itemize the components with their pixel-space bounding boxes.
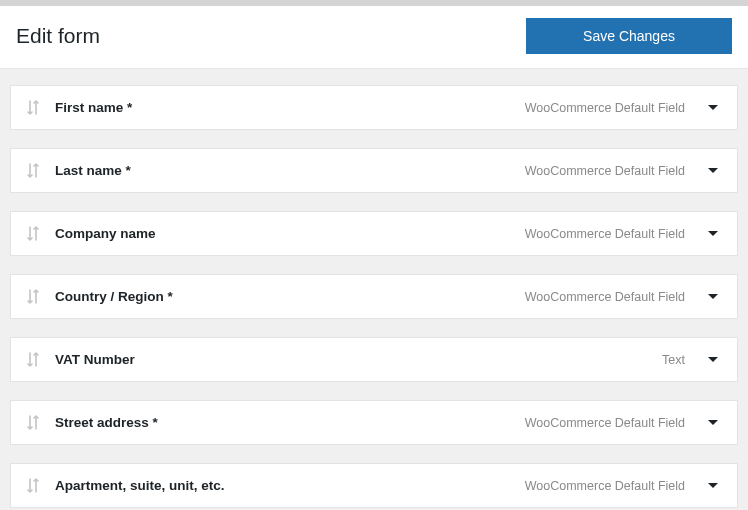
field-label: Street address * — [55, 415, 525, 430]
field-row[interactable]: VAT Number Text — [10, 337, 738, 382]
field-row[interactable]: Last name * WooCommerce Default Field — [10, 148, 738, 193]
fields-list: First name * WooCommerce Default Field L… — [0, 69, 748, 508]
page-title: Edit form — [16, 24, 100, 48]
field-type-label: WooCommerce Default Field — [525, 164, 685, 178]
field-label: First name * — [55, 100, 525, 115]
caret-down-icon[interactable] — [705, 482, 721, 490]
field-type-label: WooCommerce Default Field — [525, 479, 685, 493]
caret-down-icon[interactable] — [705, 104, 721, 112]
drag-handle-icon[interactable] — [21, 100, 45, 115]
field-row[interactable]: Country / Region * WooCommerce Default F… — [10, 274, 738, 319]
page-header: Edit form Save Changes — [0, 6, 748, 69]
caret-down-icon[interactable] — [705, 419, 721, 427]
field-type-label: Text — [662, 353, 685, 367]
field-type-label: WooCommerce Default Field — [525, 101, 685, 115]
field-label: Company name — [55, 226, 525, 241]
caret-down-icon[interactable] — [705, 293, 721, 301]
field-type-label: WooCommerce Default Field — [525, 416, 685, 430]
field-label: Last name * — [55, 163, 525, 178]
field-label: VAT Number — [55, 352, 662, 367]
drag-handle-icon[interactable] — [21, 289, 45, 304]
field-row[interactable]: Company name WooCommerce Default Field — [10, 211, 738, 256]
field-type-label: WooCommerce Default Field — [525, 290, 685, 304]
caret-down-icon[interactable] — [705, 167, 721, 175]
field-row[interactable]: First name * WooCommerce Default Field — [10, 85, 738, 130]
drag-handle-icon[interactable] — [21, 352, 45, 367]
drag-handle-icon[interactable] — [21, 478, 45, 493]
field-type-label: WooCommerce Default Field — [525, 227, 685, 241]
field-label: Country / Region * — [55, 289, 525, 304]
save-changes-button[interactable]: Save Changes — [526, 18, 732, 54]
drag-handle-icon[interactable] — [21, 163, 45, 178]
field-row[interactable]: Apartment, suite, unit, etc. WooCommerce… — [10, 463, 738, 508]
field-row[interactable]: Street address * WooCommerce Default Fie… — [10, 400, 738, 445]
field-label: Apartment, suite, unit, etc. — [55, 478, 525, 493]
drag-handle-icon[interactable] — [21, 415, 45, 430]
drag-handle-icon[interactable] — [21, 226, 45, 241]
caret-down-icon[interactable] — [705, 356, 721, 364]
caret-down-icon[interactable] — [705, 230, 721, 238]
